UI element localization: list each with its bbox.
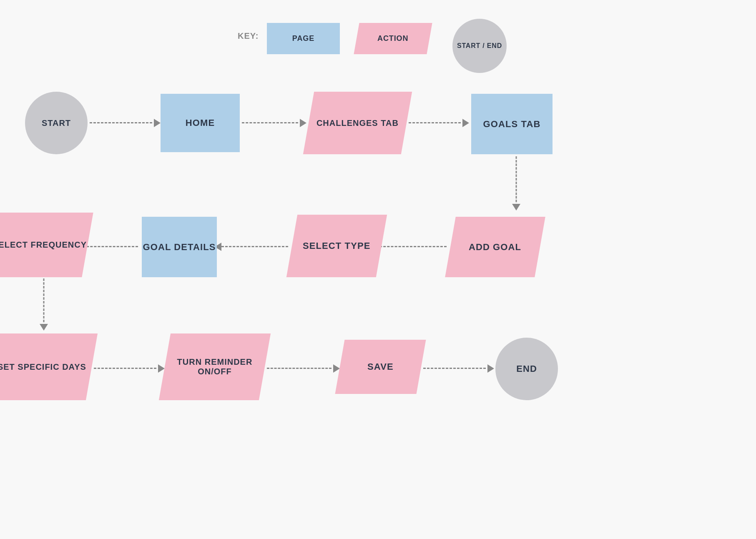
arrow-challenges-goals (409, 119, 469, 127)
add-goal-node: ADD GOAL (445, 217, 545, 277)
start-node: START (25, 92, 88, 154)
key-startend: START / END (452, 19, 507, 73)
arrow-home-challenges (242, 119, 306, 127)
arrow-selecttype-goaldetails (215, 243, 290, 251)
goal-details-node: GOAL DETAILS (142, 217, 217, 277)
goals-tab-node: GOALS TAB (471, 94, 553, 154)
flowchart-diagram: KEY: PAGE ACTION START / END START HOME … (0, 0, 756, 539)
key-action: ACTION (354, 23, 432, 54)
save-node: SAVE (335, 340, 426, 394)
turn-reminder-node: TURN REMINDER ON/OFF (159, 333, 271, 400)
key-label: KEY: (238, 31, 259, 41)
arrow-start-home (90, 119, 161, 127)
select-frequency-node: SELECT FREQUENCY (0, 213, 93, 277)
arrow-goals-addgoal (512, 156, 520, 211)
home-node: HOME (161, 94, 240, 152)
challenges-tab-node: CHALLENGES TAB (303, 92, 412, 154)
arrow-reminder-save (267, 364, 340, 373)
arrow-save-end (423, 364, 494, 373)
select-type-node: SELECT TYPE (286, 215, 387, 277)
arrow-setdays-reminder (94, 364, 165, 373)
arrow-selectfreq-setdays (40, 278, 48, 331)
key-page: PAGE (267, 23, 340, 54)
set-specific-days-node: SET SPECIFIC DAYS (0, 333, 98, 400)
end-node: END (495, 338, 558, 400)
